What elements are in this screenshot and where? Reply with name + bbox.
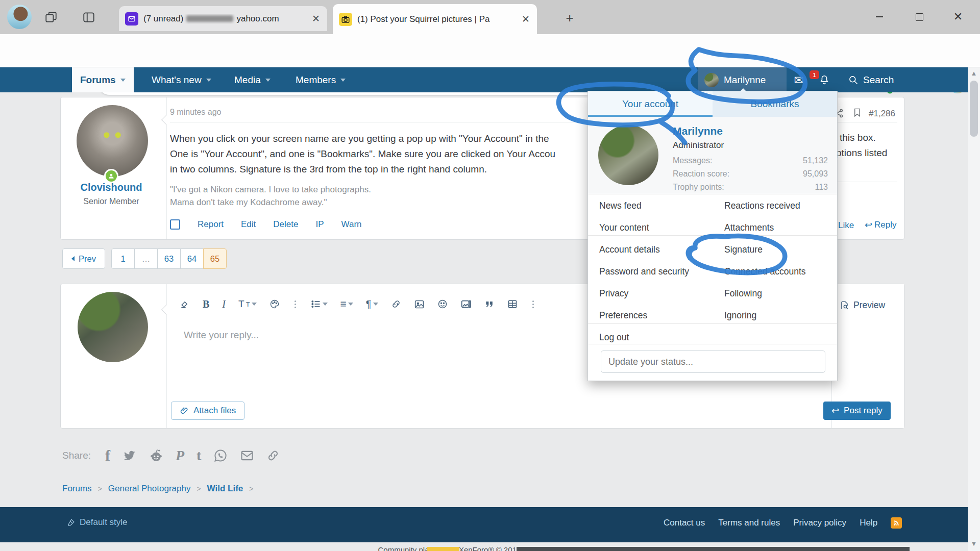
nav-item-media[interactable]: Media: [226, 67, 279, 92]
edit-link[interactable]: Edit: [241, 219, 256, 230]
align-icon[interactable]: ≡: [340, 298, 353, 310]
menu-connected-accounts[interactable]: Connected accounts: [724, 266, 806, 277]
nav-item-members[interactable]: Members: [287, 67, 354, 92]
insert-media-icon[interactable]: [460, 298, 472, 310]
twitter-share-icon[interactable]: [122, 448, 137, 463]
reddit-share-icon[interactable]: [149, 448, 163, 463]
post-timestamp[interactable]: 9 minutes ago: [170, 108, 222, 117]
preview-button[interactable]: Preview: [840, 300, 885, 311]
more-toolbar-icon[interactable]: [532, 304, 534, 305]
facebook-share-icon[interactable]: f: [105, 447, 110, 464]
author-name-link[interactable]: Clovishound: [60, 182, 162, 193]
restore-button[interactable]: [908, 7, 931, 27]
tab-bookmarks[interactable]: Bookmarks: [713, 91, 837, 117]
minimize-button[interactable]: [868, 7, 891, 27]
workspaces-icon[interactable]: [43, 9, 59, 26]
menu-preferences[interactable]: Preferences: [599, 310, 647, 321]
terms-rules-link[interactable]: Terms and rules: [718, 518, 780, 528]
nav-item-whats-new[interactable]: What's new: [143, 67, 219, 92]
more-tools-icon[interactable]: [295, 304, 296, 305]
warn-link[interactable]: Warn: [341, 219, 362, 230]
post-reply-button[interactable]: ↩ Post reply: [823, 402, 891, 420]
list-icon[interactable]: [311, 299, 328, 309]
author-avatar[interactable]: [77, 105, 148, 177]
alerts-bell-icon[interactable]: [818, 73, 831, 87]
menu-log-out[interactable]: Log out: [599, 332, 629, 343]
menu-ignoring[interactable]: Ignoring: [724, 310, 756, 321]
copy-link-share-icon[interactable]: [266, 449, 280, 462]
page-button-65-current[interactable]: 65: [203, 248, 227, 269]
text-color-icon[interactable]: [270, 299, 280, 309]
tab-close-icon[interactable]: ✕: [521, 13, 531, 25]
breadcrumb-general-photography[interactable]: General Photography: [108, 484, 191, 494]
menu-password-security[interactable]: Password and security: [599, 266, 689, 277]
smilies-icon[interactable]: [437, 299, 448, 309]
bold-icon[interactable]: B: [203, 298, 209, 310]
new-tab-button[interactable]: +: [560, 10, 579, 26]
menu-privacy[interactable]: Privacy: [599, 288, 628, 299]
like-link[interactable]: Like: [838, 220, 854, 231]
help-link[interactable]: Help: [860, 518, 877, 528]
pagination-prev-button[interactable]: Prev: [62, 248, 105, 269]
delete-link[interactable]: Delete: [273, 219, 298, 230]
contact-us-link[interactable]: Contact us: [664, 518, 705, 528]
insert-table-icon[interactable]: [507, 299, 518, 309]
reply-link[interactable]: ↩ Reply: [865, 219, 897, 231]
nav-media-label: Media: [234, 74, 261, 86]
menu-attachments[interactable]: Attachments: [724, 222, 774, 233]
paragraph-format-icon[interactable]: ¶: [366, 298, 378, 310]
privacy-policy-link[interactable]: Privacy policy: [793, 518, 846, 528]
menu-news-feed[interactable]: News feed: [599, 201, 642, 211]
reply-textbox[interactable]: Write your reply...: [184, 330, 259, 341]
select-post-checkbox[interactable]: [170, 219, 180, 230]
report-link[interactable]: Report: [198, 219, 224, 230]
current-user-avatar[interactable]: [78, 292, 148, 362]
remove-format-icon[interactable]: [180, 299, 190, 309]
page-button-63[interactable]: 63: [157, 248, 181, 269]
page-button-1[interactable]: 1: [111, 248, 135, 269]
email-share-icon[interactable]: [240, 448, 254, 463]
post-text-line1: When you click on your screen name are y…: [170, 133, 587, 144]
scroll-up-icon[interactable]: ▲: [969, 69, 978, 77]
close-window-button[interactable]: ✕: [946, 7, 970, 27]
rss-icon[interactable]: [891, 517, 902, 529]
whatsapp-share-icon[interactable]: [213, 448, 228, 463]
quote-icon[interactable]: [484, 299, 495, 309]
attach-files-button[interactable]: Attach files: [171, 402, 244, 420]
page-button-64[interactable]: 64: [180, 248, 204, 269]
menu-reactions-received[interactable]: Reactions received: [724, 201, 800, 211]
user-name-label: Marilynne: [724, 74, 766, 86]
search-button[interactable]: Search: [848, 67, 894, 92]
insert-image-icon[interactable]: [414, 299, 425, 310]
tumblr-share-icon[interactable]: t: [197, 447, 201, 464]
italic-icon[interactable]: I: [222, 298, 226, 310]
browser-profile-avatar[interactable]: [7, 5, 32, 29]
breadcrumb-wild-life[interactable]: Wild Life: [207, 484, 243, 494]
account-name-link[interactable]: Marilynne: [673, 125, 723, 137]
trophy-points-value: 113: [815, 183, 828, 192]
bookmark-icon[interactable]: [852, 108, 862, 117]
style-chooser[interactable]: Default style: [66, 517, 128, 528]
menu-your-content[interactable]: Your content: [599, 222, 649, 233]
breadcrumb-forums[interactable]: Forums: [62, 484, 92, 494]
scroll-down-icon[interactable]: ▼: [969, 540, 978, 547]
browser-tab-forum[interactable]: (1) Post your Squirrel pictures | Pa ✕: [333, 4, 537, 34]
menu-account-details[interactable]: Account details: [599, 244, 660, 255]
inbox-envelope-icon[interactable]: ✉: [792, 73, 805, 87]
tab-close-icon[interactable]: ✕: [311, 13, 321, 24]
browser-tab-mail[interactable]: (7 unread) yahoo.com ✕: [119, 6, 327, 31]
insert-link-icon[interactable]: [391, 299, 401, 309]
pinterest-share-icon[interactable]: P: [176, 447, 184, 464]
status-input[interactable]: [601, 350, 825, 373]
scrollbar-track[interactable]: [968, 67, 980, 551]
menu-following[interactable]: Following: [724, 288, 762, 299]
nav-item-forums[interactable]: Forums: [72, 67, 134, 92]
ip-link[interactable]: IP: [315, 219, 324, 230]
font-size-icon[interactable]: TT: [238, 298, 257, 310]
account-avatar[interactable]: [598, 125, 658, 185]
post-number[interactable]: #1,286: [869, 109, 895, 119]
scrollbar-thumb[interactable]: [970, 81, 978, 137]
tab-your-account[interactable]: Your account: [588, 91, 713, 117]
vertical-tabs-icon[interactable]: [81, 9, 97, 26]
menu-signature[interactable]: Signature: [724, 244, 763, 255]
